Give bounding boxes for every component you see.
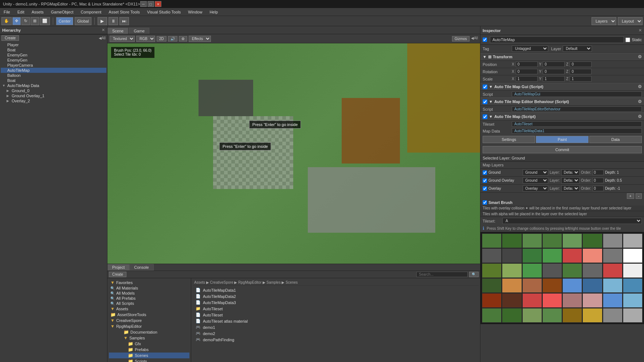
transform-gear-icon[interactable]: ⚙ xyxy=(638,54,642,59)
tile-cell-31[interactable] xyxy=(623,278,643,293)
atm-editor-checkbox[interactable] xyxy=(483,99,487,104)
h-item-enemygen2[interactable]: EnemyGen xyxy=(1,58,106,63)
ground-layer-type-select[interactable]: Ground xyxy=(523,169,548,176)
tile-cell-5[interactable] xyxy=(582,233,602,248)
file-autotilemapdata1[interactable]: 📄 AutoTileMapData1 xyxy=(193,287,479,293)
rot-z-field[interactable] xyxy=(570,69,592,74)
global-button[interactable]: Global xyxy=(75,17,91,25)
ground-layer-checkbox[interactable] xyxy=(483,170,487,175)
tile-cell-21[interactable] xyxy=(582,263,602,278)
tile-cell-36[interactable] xyxy=(562,293,582,308)
samples-folder[interactable]: ▼ Samples xyxy=(109,335,189,341)
tileset-value-select[interactable]: A xyxy=(502,218,642,224)
file-autotileset-atlas[interactable]: 📄 AutoTileset atlas material xyxy=(193,318,479,324)
ground-order-field[interactable] xyxy=(593,170,604,175)
rect-tool-button[interactable]: ⬜ xyxy=(40,17,50,25)
sca-z-field[interactable] xyxy=(570,76,592,82)
assetstoretools-folder[interactable]: 📁 AssetStoreTools xyxy=(109,312,189,318)
tile-cell-6[interactable] xyxy=(603,233,623,248)
hierarchy-create-button[interactable]: Create xyxy=(1,35,19,41)
tile-cell-18[interactable] xyxy=(522,263,542,278)
commit-button[interactable]: Commit xyxy=(483,146,642,153)
pos-z-field[interactable] xyxy=(570,62,592,67)
gfx-folder[interactable]: 📁 Gfx xyxy=(109,341,189,347)
h-item-overlay2[interactable]: ▶ Overlay_2 xyxy=(1,98,106,103)
creativespore-folder[interactable]: ▼ CreativeSpore xyxy=(109,318,189,323)
groundoverlay-layer-type-select[interactable]: Ground xyxy=(523,177,548,184)
tile-cell-14[interactable] xyxy=(603,248,623,263)
pos-y-field[interactable] xyxy=(543,62,565,67)
atm-gui-checkbox[interactable] xyxy=(483,84,487,89)
tile-cell-44[interactable] xyxy=(562,308,582,323)
h-item-balloon[interactable]: Balloon xyxy=(1,73,106,78)
pause-button[interactable]: ⏸ xyxy=(109,17,118,25)
tab-scene[interactable]: Scene xyxy=(107,28,128,34)
hand-tool-button[interactable]: ✋ xyxy=(1,17,12,25)
scene-all-btn[interactable]: ◀All xyxy=(471,36,478,42)
rpgmapeditor-folder[interactable]: ▼ RpgMapEditor xyxy=(109,323,189,329)
file-autotileset-folder[interactable]: 📁 AutoTileset xyxy=(193,306,479,312)
h-item-ground0[interactable]: ▶ Ground_0 xyxy=(1,88,106,93)
tile-cell-4[interactable] xyxy=(562,233,582,248)
data-tab-button[interactable]: Data xyxy=(589,136,642,143)
groundoverlay-layer-checkbox[interactable] xyxy=(483,178,487,183)
settings-tab-button[interactable]: Settings xyxy=(483,136,535,143)
tile-cell-37[interactable] xyxy=(582,293,602,308)
tile-cell-2[interactable] xyxy=(522,233,542,248)
menu-gameobject[interactable]: GameObject xyxy=(47,9,77,15)
fx-button[interactable]: ⚙ xyxy=(179,36,187,42)
prefabs-folder[interactable]: 📁 Prefabs xyxy=(109,347,189,353)
hierarchy-close[interactable]: ✕ xyxy=(102,28,105,32)
tile-cell-1[interactable] xyxy=(502,233,522,248)
atm-gui-gear-icon[interactable]: ⚙ xyxy=(638,84,642,89)
tile-cell-12[interactable] xyxy=(562,248,582,263)
tile-cell-24[interactable] xyxy=(482,278,502,293)
h-item-enemygen1[interactable]: EnemyGen xyxy=(1,52,106,58)
menu-component[interactable]: Component xyxy=(77,9,105,15)
atm-gear-icon[interactable]: ⚙ xyxy=(638,114,642,119)
tile-cell-22[interactable] xyxy=(603,263,623,278)
tile-cell-34[interactable] xyxy=(522,293,542,308)
remove-layer-button[interactable]: - xyxy=(636,193,642,199)
tile-cell-43[interactable] xyxy=(542,308,562,323)
layers-select[interactable]: Layers xyxy=(592,17,616,25)
file-autotilemapdata3[interactable]: 📄 AutoTileMapData3 xyxy=(193,299,479,306)
center-button[interactable]: Center xyxy=(56,17,73,25)
h-item-boat1[interactable]: Boat xyxy=(1,47,106,52)
scripts-folder[interactable]: 📁 Scripts xyxy=(109,358,189,362)
tile-cell-25[interactable] xyxy=(502,278,522,293)
tile-cell-30[interactable] xyxy=(603,278,623,293)
groundoverlay-layer-select[interactable]: Default xyxy=(561,177,580,184)
inspector-close[interactable]: ✕ xyxy=(639,28,642,33)
favorites-folder[interactable]: ▼ Favorites xyxy=(109,280,189,286)
tile-palette[interactable] xyxy=(480,232,644,362)
smart-brush-checkbox[interactable] xyxy=(483,200,487,205)
file-autotileset[interactable]: 📄 AutoTileset xyxy=(193,312,479,318)
tile-cell-39[interactable] xyxy=(623,293,643,308)
atm-editor-gear-icon[interactable]: ⚙ xyxy=(638,99,642,104)
menu-file[interactable]: File xyxy=(0,9,14,15)
paint-tab-button[interactable]: Paint xyxy=(536,136,588,143)
step-button[interactable]: ⏭ xyxy=(119,17,129,25)
static-checkbox[interactable] xyxy=(625,38,630,42)
tile-cell-0[interactable] xyxy=(482,233,502,248)
tile-cell-3[interactable] xyxy=(542,233,562,248)
assets-folder[interactable]: ▼ Assets xyxy=(109,306,189,312)
menu-edit[interactable]: Edit xyxy=(14,9,28,15)
all-models-item[interactable]: 🔍 All Models xyxy=(109,291,189,296)
tile-cell-16[interactable] xyxy=(482,263,502,278)
close-button[interactable]: ✕ xyxy=(155,1,161,7)
file-demopathfinding[interactable]: 🎮 demoPathFinding xyxy=(193,337,479,343)
all-materials-item[interactable]: 🔍 All Materials xyxy=(109,286,189,291)
effects-select[interactable]: Effects xyxy=(189,36,211,42)
move-tool-button[interactable]: ✥ xyxy=(12,17,21,25)
menu-help[interactable]: Help xyxy=(206,9,221,15)
scale-tool-button[interactable]: ⊞ xyxy=(31,17,39,25)
h-item-groundoverlay1[interactable]: ▶ Ground Overlay_1 xyxy=(1,93,106,98)
tile-cell-40[interactable] xyxy=(482,308,502,323)
tab-console[interactable]: Console xyxy=(129,264,153,271)
render-mode-select[interactable]: Textured xyxy=(110,36,135,42)
groundoverlay-order-field[interactable] xyxy=(593,178,604,183)
scene-view[interactable]: Brush Pos: (23.0, 66.0) Select Tile Idx:… xyxy=(107,43,480,264)
inspector-name-field[interactable] xyxy=(490,36,624,43)
